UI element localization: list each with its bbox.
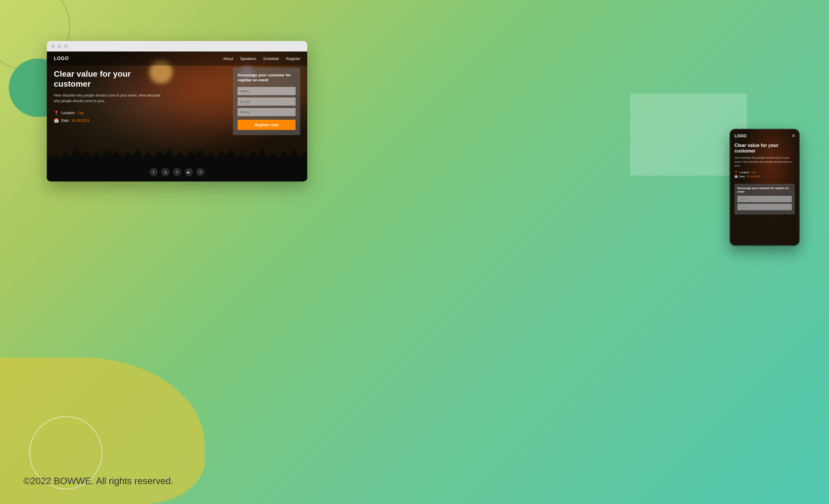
location-meta: 📍 Location: City xyxy=(54,111,162,115)
browser-content: LOGO About Speakers Schedule Register Cl… xyxy=(47,51,307,181)
mobile-name-input[interactable] xyxy=(737,196,792,202)
date-label: Date: xyxy=(61,118,70,122)
nav-speakers[interactable]: Speakers xyxy=(240,57,256,61)
mobile-hero: Clear value for your customer Here descr… xyxy=(730,140,799,181)
location-label: Location: xyxy=(61,111,75,115)
instagram-icon[interactable]: ◎ xyxy=(161,168,170,176)
copyright-text: ©2022 BOWWE. All rights reserved. xyxy=(24,476,174,487)
mobile-hero-desc: Here describe why people should come to … xyxy=(734,156,795,168)
mobile-content: LOGO ≡ Clear value for your customer Her… xyxy=(730,130,799,245)
mobile-location-value: City xyxy=(752,171,756,174)
mobile-logo: LOGO xyxy=(734,134,747,138)
facebook-icon[interactable]: f xyxy=(149,168,158,176)
mobile-date-label: Date: xyxy=(739,175,746,178)
site-navbar: LOGO About Speakers Schedule Register xyxy=(47,51,307,66)
youtube-icon[interactable]: ▶ xyxy=(185,168,193,176)
browser-titlebar xyxy=(47,41,307,51)
mobile-location-label: Location: xyxy=(739,171,750,174)
hero-title: Clear value for your customer xyxy=(54,69,162,89)
social-bar: f ◎ 𝕏 ▶ h xyxy=(149,168,205,176)
nav-links: About Speakers Schedule Register xyxy=(223,57,300,61)
email-input[interactable] xyxy=(238,98,295,106)
browser-dot-yellow xyxy=(57,44,62,48)
name-input[interactable] xyxy=(238,87,295,95)
mobile-date: 📅 Date: 01.09.2021 xyxy=(734,175,795,178)
mobile-location-icon: 📍 xyxy=(734,171,738,174)
mobile-hero-title: Clear value for your customer xyxy=(734,143,795,154)
nav-about[interactable]: About xyxy=(223,57,233,61)
browser-dot-red xyxy=(51,44,55,48)
browser-dot-green xyxy=(64,44,68,48)
calendar-icon: 📅 xyxy=(54,118,59,123)
date-value: 01.09.2021 xyxy=(72,118,89,122)
houzz-icon[interactable]: h xyxy=(196,168,205,176)
location-icon: 📍 xyxy=(54,111,59,115)
hero-meta: 📍 Location: City 📅 Date: 01.09.2021 xyxy=(54,111,162,123)
hamburger-icon[interactable]: ≡ xyxy=(792,133,795,138)
mobile-location: 📍 Location: City xyxy=(734,171,795,174)
mobile-form-title: Encourage your customer for register on … xyxy=(737,187,792,193)
phone-input[interactable] xyxy=(238,108,295,116)
date-meta: 📅 Date: 01.09.2021 xyxy=(54,118,162,123)
mobile-form: Encourage your customer for register on … xyxy=(734,184,795,215)
nav-schedule[interactable]: Schedule xyxy=(263,57,279,61)
twitter-icon[interactable]: 𝕏 xyxy=(173,168,181,176)
browser-window: LOGO About Speakers Schedule Register Cl… xyxy=(47,41,307,181)
nav-register[interactable]: Register xyxy=(286,57,300,61)
mobile-email-input[interactable] xyxy=(737,204,792,210)
hero-section: Clear value for your customer Here descr… xyxy=(54,69,162,123)
form-title: Encourage your customer for register on … xyxy=(238,73,295,83)
registration-form: Encourage your customer for register on … xyxy=(233,68,300,135)
register-button[interactable]: Register now xyxy=(238,120,295,130)
mobile-calendar-icon: 📅 xyxy=(734,175,738,178)
mobile-date-value: 01.09.2021 xyxy=(747,175,760,178)
site-logo: LOGO xyxy=(54,56,69,61)
location-value: City xyxy=(78,111,84,115)
hero-description: Here describe why people should come to … xyxy=(54,93,162,104)
mobile-preview: LOGO ≡ Clear value for your customer Her… xyxy=(729,129,800,246)
mobile-navbar: LOGO ≡ xyxy=(730,130,799,140)
